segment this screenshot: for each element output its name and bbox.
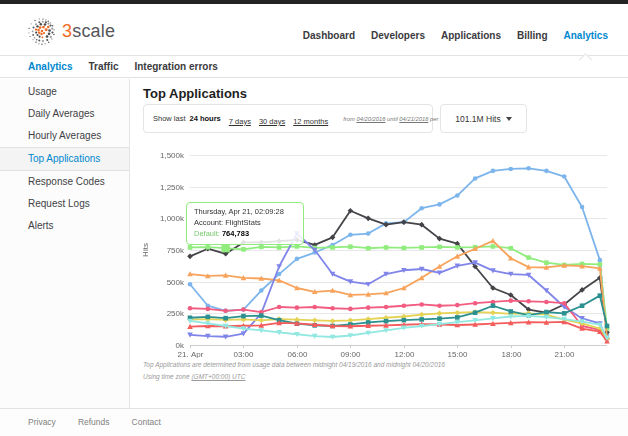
page-footer: PrivacyRefundsContact [0, 408, 628, 436]
analytics-subnav: AnalyticsTrafficIntegration errors [0, 56, 628, 78]
until-date-link[interactable]: 04/21/2016 [399, 116, 428, 122]
brand-text: 3scale [62, 21, 115, 42]
sidebar-item-request-logs[interactable]: Request Logs [0, 193, 129, 215]
tooltip-datetime: Thursday, Apr 21, 02:09:28 [194, 207, 296, 218]
from-date-link[interactable]: 04/20/2016 [356, 116, 385, 122]
page: 3scale DashboardDevelopersApplicationsBi… [0, 0, 628, 436]
subnav-item-integration-errors[interactable]: Integration errors [134, 61, 217, 72]
sidebar: UsageDaily AveragesHourly AveragesTop Ap… [0, 79, 130, 408]
sidebar-item-alerts[interactable]: Alerts [0, 215, 129, 237]
selected-range[interactable]: 24 hours [190, 114, 221, 123]
chart-area [140, 143, 615, 358]
footer-links: PrivacyRefundsContact [28, 417, 161, 427]
chevron-down-icon [506, 117, 512, 121]
logo-dot-sphere-icon [26, 14, 58, 48]
until-label: until [387, 116, 398, 122]
nav-item-analytics[interactable]: Analytics [564, 30, 608, 41]
sidebar-list: UsageDaily AveragesHourly AveragesTop Ap… [0, 79, 129, 237]
range-links: 7 days30 days12 months [221, 110, 328, 128]
footer-link-contact[interactable]: Contact [132, 417, 161, 427]
time-range-bar: Show last 24 hours 7 days30 days12 month… [143, 104, 433, 133]
subnav-items: AnalyticsTrafficIntegration errors [28, 61, 218, 72]
nav-item-billing[interactable]: Billing [517, 30, 548, 41]
range-link-12-months[interactable]: 12 months [293, 117, 328, 126]
timezone-link[interactable]: (GMT+00:00) UTC [191, 373, 245, 380]
chart-footnote: Top Applications are determined from usa… [143, 361, 445, 368]
app-header: 3scale DashboardDevelopersApplicationsBi… [0, 4, 628, 56]
nav-item-developers[interactable]: Developers [371, 30, 425, 41]
sidebar-item-hourly-averages[interactable]: Hourly Averages [0, 125, 129, 147]
sidebar-item-response-codes[interactable]: Response Codes [0, 171, 129, 193]
sidebar-item-top-applications[interactable]: Top Applications [0, 147, 129, 171]
nav-item-applications[interactable]: Applications [441, 30, 501, 41]
chart-canvas[interactable] [140, 143, 615, 358]
show-last-label: Show last [153, 114, 186, 123]
footer-link-privacy[interactable]: Privacy [28, 417, 56, 427]
range-link-7-days[interactable]: 7 days [229, 117, 251, 126]
timezone-prefix: Using time zone [143, 373, 190, 380]
timezone-note: Using time zone (GMT+00:00) UTC [143, 373, 245, 380]
tooltip-account: Account: FlightStats [194, 218, 296, 229]
metric-dropdown-label: 101.1M Hits [455, 114, 500, 124]
subnav-item-analytics[interactable]: Analytics [28, 61, 72, 72]
metric-dropdown[interactable]: 101.1M Hits [440, 104, 527, 133]
chart-tooltip: Thursday, Apr 21, 02:09:28 Account: Flig… [186, 202, 304, 245]
tooltip-value: Default: 764,783 [194, 229, 296, 240]
custom-range-text: from 04/20/2016 until 04/21/2016 per hou… [343, 116, 451, 122]
page-title: Top Applications [143, 86, 247, 101]
top-nav: DashboardDevelopersApplicationsBillingAn… [303, 30, 608, 41]
per-label: per [430, 116, 438, 122]
footer-link-refunds[interactable]: Refunds [78, 417, 110, 427]
brand-logo[interactable]: 3scale [26, 14, 115, 48]
range-link-30-days[interactable]: 30 days [259, 117, 285, 126]
subnav-item-traffic[interactable]: Traffic [88, 61, 118, 72]
sidebar-item-usage[interactable]: Usage [0, 81, 129, 103]
from-label: from [343, 116, 355, 122]
sidebar-item-daily-averages[interactable]: Daily Averages [0, 103, 129, 125]
nav-item-dashboard[interactable]: Dashboard [303, 30, 355, 41]
